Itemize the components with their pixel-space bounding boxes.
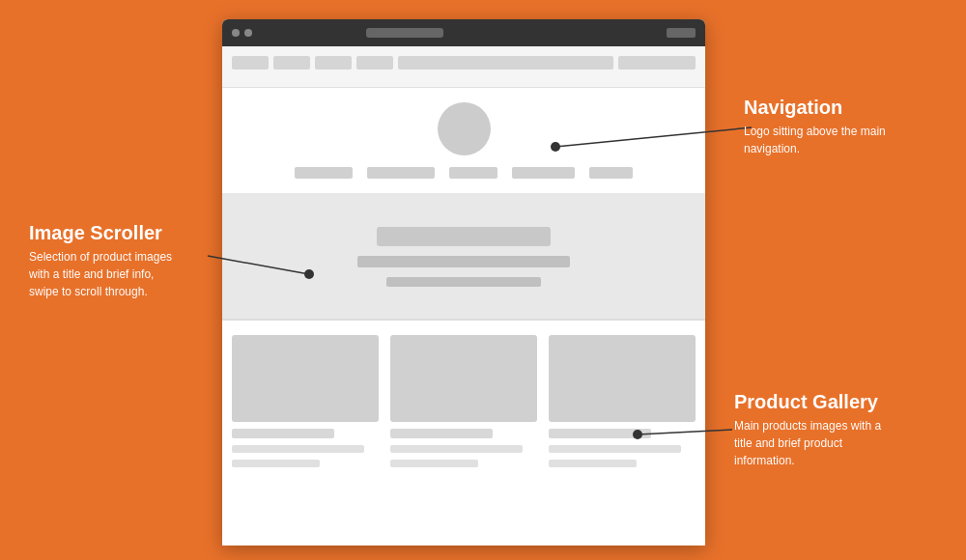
product-gallery-title: Product Gallery — [734, 391, 889, 413]
logo-circle — [438, 102, 491, 155]
hero-area — [222, 195, 705, 321]
chrome-dot-1 — [232, 29, 240, 37]
card-desc-1a — [232, 445, 364, 453]
card-title-2 — [390, 429, 493, 438]
nav-tab-3 — [315, 56, 352, 70]
navigation-title: Navigation — [744, 97, 898, 119]
product-gallery-annotation: Product Gallery Main products images wit… — [734, 391, 889, 469]
nav-search-bar — [398, 56, 613, 70]
chrome-button — [667, 28, 696, 38]
gallery-area — [222, 321, 705, 482]
card-desc-3b — [549, 460, 637, 467]
product-gallery-description: Main products images with a title and br… — [734, 417, 889, 469]
chrome-addressbar — [366, 28, 443, 38]
nav-extra-bar — [618, 56, 696, 70]
chrome-dot-2 — [244, 29, 252, 37]
nav-tab-1 — [232, 56, 269, 70]
hero-title-bar — [377, 227, 551, 246]
card-title-3 — [549, 429, 651, 438]
image-scroller-description: Selection of product images with a title… — [29, 248, 184, 300]
nav-tab-4 — [356, 56, 393, 70]
nav-link-4 — [512, 167, 575, 179]
gallery-card-2 — [390, 335, 537, 467]
gallery-card-1 — [232, 335, 379, 467]
card-image-2 — [390, 335, 537, 422]
browser-chrome — [222, 19, 705, 46]
card-desc-2a — [390, 445, 523, 453]
nav-tab-2 — [273, 56, 310, 70]
hero-text-bar — [386, 277, 541, 287]
nav-link-3 — [449, 167, 497, 179]
card-desc-1b — [232, 460, 320, 467]
image-scroller-title: Image Scroller — [29, 222, 184, 244]
navigation-annotation: Navigation Logo sitting above the main n… — [744, 97, 898, 157]
logo-nav-area — [222, 88, 705, 195]
nav-link-1 — [295, 167, 353, 179]
nav-links-row — [295, 167, 633, 179]
card-desc-2b — [390, 460, 478, 467]
gallery-card-3 — [549, 335, 696, 467]
nav-tabs-row — [232, 56, 696, 70]
navigation-description: Logo sitting above the main navigation. — [744, 123, 898, 157]
image-scroller-annotation: Image Scroller Selection of product imag… — [29, 222, 184, 300]
card-image-3 — [549, 335, 696, 422]
browser-window — [222, 19, 705, 546]
card-image-1 — [232, 335, 379, 422]
nav-link-2 — [367, 167, 435, 179]
nav-link-5 — [589, 167, 633, 179]
hero-subtitle-bar — [357, 256, 570, 267]
gallery-grid — [232, 335, 696, 467]
header-area — [222, 46, 705, 88]
card-desc-3a — [549, 445, 681, 453]
card-title-1 — [232, 429, 334, 438]
